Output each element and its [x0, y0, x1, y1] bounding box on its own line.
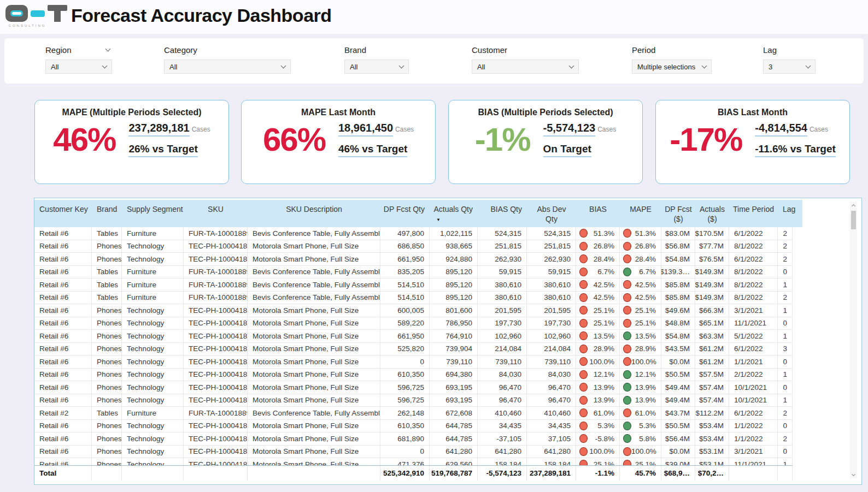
- column-header-time_period[interactable]: Time Period: [729, 200, 778, 227]
- cell-dp_fcst_qty: 610,350: [380, 420, 430, 433]
- table-row[interactable]: Retail #6PhonesTechnologyTEC-PH-10004182…: [34, 458, 793, 465]
- column-header-actuals_qty[interactable]: Actuals Qty▼: [430, 200, 478, 227]
- bias-status-red-icon: [579, 357, 588, 366]
- table-row[interactable]: Retail #6PhonesTechnologyTEC-PH-10004182…: [34, 240, 793, 253]
- table-row[interactable]: Retail #6PhonesTechnologyTEC-PH-10004182…: [34, 394, 793, 407]
- column-header-supply_segment[interactable]: Supply Segment: [122, 200, 184, 227]
- company-logo: CONSULTING: [5, 5, 67, 27]
- cell-actuals_usd: $57.4M: [695, 381, 729, 394]
- kpi-title: MAPE Last Month: [242, 108, 435, 117]
- filter-category-dropdown[interactable]: All: [164, 60, 291, 74]
- column-header-dp_fcst_usd[interactable]: DP Fcst ($): [661, 200, 695, 227]
- cell-customer_key: Retail #6: [34, 381, 92, 394]
- table-row[interactable]: Retail #6PhonesTechnologyTEC-PH-10004182…: [34, 381, 793, 394]
- column-header-actuals_usd[interactable]: Actuals ($): [695, 200, 729, 227]
- table-row[interactable]: Retail #6PhonesTechnologyTEC-PH-10004182…: [34, 253, 793, 266]
- scroll-up-arrow-icon[interactable]: [850, 201, 857, 209]
- table-row[interactable]: Retail #6PhonesTechnologyTEC-PH-10004182…: [34, 432, 793, 446]
- cell-abs_dev_qty: 59,915: [527, 266, 576, 279]
- cell-lag: 1: [778, 394, 793, 407]
- column-header-abs_dev_qty[interactable]: Abs Dev Qty: [527, 200, 576, 227]
- cell-dp_fcst_qty: 262,148: [380, 407, 430, 420]
- table-row[interactable]: Retail #6PhonesTechnologyTEC-PH-10004182…: [34, 343, 793, 356]
- column-header-sku_description[interactable]: SKU Description: [248, 200, 380, 227]
- cell-sku_description: Motorola Smart Phone, Full Size: [248, 330, 380, 343]
- table-row[interactable]: Retail #6TablesFurnitureFUR-TA-10001889B…: [34, 266, 793, 279]
- cell-lag: 2: [778, 240, 793, 253]
- cell-bias: 6.7%: [576, 266, 620, 279]
- table-row[interactable]: Retail #6PhonesTechnologyTEC-PH-10004182…: [34, 330, 793, 343]
- cell-actuals_usd: $149.3M: [695, 266, 729, 279]
- filter-region-dropdown[interactable]: All: [45, 60, 112, 74]
- table-row[interactable]: Retail #6PhonesTechnologyTEC-PH-10004182…: [34, 304, 793, 317]
- bias-status-red-icon: [579, 229, 588, 238]
- cell-bias_qty: 34,435: [478, 420, 527, 433]
- filter-brand-dropdown[interactable]: All: [344, 60, 409, 74]
- cell-sku_description: Motorola Smart Phone, Full Size: [248, 343, 380, 356]
- cell-actuals_usd: $149.3M: [695, 292, 729, 305]
- filter-region-collapse-icon[interactable]: [105, 46, 111, 52]
- total-cell-mape: 45.7%: [620, 466, 661, 481]
- filter-customer: CustomerAll: [472, 38, 579, 84]
- column-header-bias[interactable]: BIAS: [576, 200, 620, 227]
- table-row[interactable]: Retail #6TablesFurnitureFUR-TA-10001889B…: [34, 278, 793, 292]
- cell-bias: 13.9%: [576, 381, 620, 394]
- column-header-mape[interactable]: MAPE: [620, 200, 661, 227]
- total-cell-abs_dev_qty: 237,289,181: [527, 466, 576, 481]
- chevron-down-icon: [102, 63, 108, 68]
- table-row[interactable]: Retail #6PhonesTechnologyTEC-PH-10004182…: [34, 355, 793, 369]
- cell-actuals_qty: 1,022,115: [430, 227, 478, 240]
- kpi-card-3: BIAS (Multiple Periods Selected)-1%-5,57…: [448, 100, 643, 184]
- cell-bias: 25.1%: [576, 458, 620, 465]
- cell-dp_fcst_qty: 681,890: [380, 432, 430, 446]
- cell-abs_dev_qty: 96,470: [527, 381, 576, 394]
- table-row[interactable]: Retail #6TablesFurnitureFUR-TA-10001889B…: [34, 227, 793, 240]
- bias-status-red-icon: [579, 319, 588, 328]
- table-row[interactable]: Retail #6PhonesTechnologyTEC-PH-10004182…: [34, 317, 793, 330]
- cell-customer_key: Retail #6: [34, 394, 92, 407]
- table-row[interactable]: Retail #2TablesFurnitureFUR-TA-10001889B…: [34, 407, 793, 420]
- cell-bias_qty: 262,930: [478, 253, 527, 266]
- vertical-scrollbar[interactable]: [850, 201, 857, 478]
- cell-brand: Phones: [92, 317, 122, 330]
- cell-brand: Phones: [92, 381, 122, 394]
- cell-actuals_qty: 693,195: [430, 394, 478, 407]
- cell-supply_segment: Technology: [122, 420, 184, 433]
- column-header-bias_qty[interactable]: BIAS Qty: [478, 200, 527, 227]
- filter-period-dropdown[interactable]: Multiple selections: [632, 60, 712, 74]
- column-header-sku[interactable]: SKU: [184, 200, 248, 227]
- cell-sku_description: Bevis Conference Table, Fully Assembled: [248, 278, 380, 292]
- column-header-dp_fcst_qty[interactable]: DP Fcst Qty: [380, 200, 430, 227]
- mape-status-green-icon: [623, 422, 631, 430]
- filter-customer-dropdown[interactable]: All: [472, 60, 579, 74]
- column-header-customer_key[interactable]: Customer Key: [34, 200, 92, 227]
- table-row[interactable]: Retail #6PhonesTechnologyTEC-PH-10004182…: [34, 369, 793, 382]
- cell-time_period: 10/1/2021: [729, 394, 778, 407]
- cell-actuals_usd: $112.2M: [695, 407, 729, 420]
- filter-category: CategoryAll: [164, 38, 291, 84]
- cell-customer_key: Retail #6: [34, 304, 92, 317]
- cell-supply_segment: Furniture: [122, 227, 184, 240]
- cell-bias: 25.1%: [576, 304, 620, 317]
- filter-lag-dropdown[interactable]: 3: [763, 60, 816, 74]
- cell-actuals_qty: 895,120: [430, 292, 478, 305]
- cell-actuals_usd: $65.1M: [695, 317, 729, 330]
- cell-bias: 5.3%: [576, 420, 620, 433]
- table-row[interactable]: Retail #6PhonesTechnologyTEC-PH-10004182…: [34, 446, 793, 459]
- total-cell-lag: [778, 466, 793, 481]
- cell-bias_qty: 524,315: [478, 227, 527, 240]
- cell-sku: TEC-PH-10004182: [184, 432, 248, 446]
- cell-bias_qty: 158,184: [478, 458, 527, 465]
- scrollbar-thumb[interactable]: [851, 211, 856, 229]
- cell-lag: 0: [778, 420, 793, 433]
- column-header-brand[interactable]: Brand: [92, 200, 122, 227]
- kpi-value: -1%: [475, 123, 530, 156]
- column-header-lag[interactable]: Lag: [778, 200, 793, 227]
- cell-brand: Phones: [92, 355, 122, 369]
- table-row[interactable]: Retail #6PhonesTechnologyTEC-PH-10004182…: [34, 420, 793, 433]
- sort-descending-icon[interactable]: ▼: [436, 217, 441, 222]
- cell-sku: TEC-PH-10004182: [184, 240, 248, 253]
- scroll-down-arrow-icon[interactable]: [850, 471, 857, 478]
- cell-actuals_qty: 693,195: [430, 381, 478, 394]
- table-row[interactable]: Retail #6TablesFurnitureFUR-TA-10001889B…: [34, 292, 793, 305]
